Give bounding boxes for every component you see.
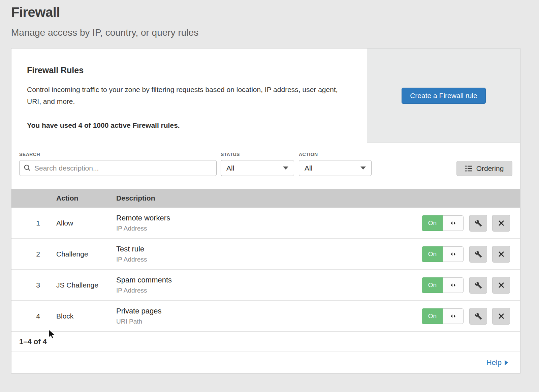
search-icon bbox=[24, 164, 31, 172]
left-right-arrows-icon bbox=[450, 283, 456, 287]
rule-controls: On bbox=[422, 215, 510, 232]
status-select-value: All bbox=[226, 164, 234, 172]
rule-description: Private pages bbox=[116, 307, 422, 315]
rules-title: Firewall Rules bbox=[27, 65, 351, 75]
search-input-wrap bbox=[19, 160, 217, 176]
rules-usage: You have used 4 of 1000 active Firewall … bbox=[27, 121, 351, 129]
rule-description-cell: Private pages URI Path bbox=[116, 307, 422, 325]
chevron-down-icon bbox=[360, 167, 366, 170]
table-header: Action Description bbox=[11, 189, 520, 208]
arrow-right-icon bbox=[505, 360, 508, 365]
search-label: SEARCH bbox=[19, 152, 217, 157]
header-action: Action bbox=[56, 194, 116, 202]
action-label: ACTION bbox=[299, 152, 372, 157]
list-ordering-icon bbox=[465, 165, 473, 172]
rule-enabled-toggle[interactable]: On bbox=[422, 308, 464, 324]
close-icon bbox=[498, 251, 504, 257]
wrench-icon bbox=[475, 281, 482, 289]
rules-summary-section: Firewall Rules Control incoming traffic … bbox=[11, 49, 520, 143]
left-right-arrows-icon bbox=[450, 314, 456, 318]
rule-action: JS Challenge bbox=[56, 281, 116, 289]
rules-action-panel: Create a Firewall rule bbox=[367, 49, 520, 143]
toggle-handle bbox=[443, 308, 464, 324]
edit-rule-button[interactable] bbox=[469, 215, 487, 232]
search-input[interactable] bbox=[19, 160, 217, 176]
page-subtitle: Manage access by IP, country, or query r… bbox=[11, 27, 539, 38]
rule-description-cell: Remote workers IP Address bbox=[116, 214, 422, 232]
search-filter: SEARCH bbox=[19, 152, 217, 176]
action-select[interactable]: All bbox=[299, 160, 372, 176]
rule-action: Allow bbox=[56, 219, 116, 227]
rule-description-cell: Test rule IP Address bbox=[116, 245, 422, 263]
close-icon bbox=[498, 313, 504, 319]
wrench-icon bbox=[475, 312, 482, 320]
edit-rule-button[interactable] bbox=[469, 308, 487, 325]
toggle-on-label: On bbox=[422, 308, 443, 324]
firewall-card: Firewall Rules Control incoming traffic … bbox=[11, 48, 520, 373]
left-right-arrows-icon bbox=[450, 221, 456, 225]
table-row: 3 JS Challenge Spam comments IP Address … bbox=[11, 270, 520, 301]
ordering-button-label: Ordering bbox=[476, 164, 504, 173]
rules-description: Control incoming traffic to your zone by… bbox=[27, 84, 347, 107]
rule-action: Challenge bbox=[56, 250, 116, 258]
table-row: 1 Allow Remote workers IP Address On bbox=[11, 208, 520, 239]
rule-controls: On bbox=[422, 277, 510, 294]
toggle-handle bbox=[443, 215, 464, 231]
rule-field-type: URI Path bbox=[116, 318, 422, 325]
close-icon bbox=[498, 282, 504, 288]
help-link-label: Help bbox=[486, 358, 502, 367]
status-filter: STATUS All bbox=[217, 152, 294, 176]
delete-rule-button[interactable] bbox=[492, 277, 510, 294]
toggle-on-label: On bbox=[422, 246, 443, 262]
rule-description: Test rule bbox=[116, 245, 422, 253]
header-description: Description bbox=[116, 194, 520, 202]
filters-bar: SEARCH STATUS All ACTION All bbox=[11, 143, 520, 189]
action-select-value: All bbox=[305, 164, 312, 172]
rule-enabled-toggle[interactable]: On bbox=[422, 277, 464, 293]
pagination-range: 1–4 of 4 bbox=[19, 337, 47, 346]
rule-number: 1 bbox=[11, 219, 56, 227]
rule-action: Block bbox=[56, 312, 116, 320]
rule-number: 4 bbox=[11, 312, 56, 320]
chevron-down-icon bbox=[283, 167, 288, 170]
card-footer: Help bbox=[11, 352, 520, 373]
rule-enabled-toggle[interactable]: On bbox=[422, 246, 464, 262]
rule-number: 3 bbox=[11, 281, 56, 289]
rule-description-cell: Spam comments IP Address bbox=[116, 276, 422, 294]
table-row: 4 Block Private pages URI Path On bbox=[11, 301, 520, 332]
rule-description: Remote workers bbox=[116, 214, 422, 222]
toggle-on-label: On bbox=[422, 277, 443, 293]
create-firewall-rule-button[interactable]: Create a Firewall rule bbox=[402, 88, 486, 104]
toggle-handle bbox=[443, 277, 464, 293]
toggle-on-label: On bbox=[422, 215, 443, 231]
status-select[interactable]: All bbox=[221, 160, 294, 176]
help-link[interactable]: Help bbox=[486, 358, 508, 367]
ordering-button[interactable]: Ordering bbox=[456, 161, 512, 176]
rule-field-type: IP Address bbox=[116, 287, 422, 294]
table-row: 2 Challenge Test rule IP Address On bbox=[11, 239, 520, 270]
action-filter: ACTION All bbox=[294, 152, 372, 176]
edit-rule-button[interactable] bbox=[469, 277, 487, 294]
delete-rule-button[interactable] bbox=[492, 215, 510, 232]
page-header: Firewall Manage access by IP, country, o… bbox=[0, 0, 539, 38]
rules-summary-text: Firewall Rules Control incoming traffic … bbox=[11, 49, 367, 143]
left-right-arrows-icon bbox=[450, 252, 456, 256]
rule-description: Spam comments bbox=[116, 276, 422, 284]
edit-rule-button[interactable] bbox=[469, 246, 487, 263]
status-label: STATUS bbox=[221, 152, 294, 157]
delete-rule-button[interactable] bbox=[492, 246, 510, 263]
wrench-icon bbox=[475, 219, 482, 227]
pagination: 1–4 of 4 bbox=[11, 332, 520, 352]
page-title: Firewall bbox=[11, 5, 539, 20]
wrench-icon bbox=[475, 250, 482, 258]
rule-field-type: IP Address bbox=[116, 225, 422, 232]
rule-number: 2 bbox=[11, 250, 56, 258]
rule-field-type: IP Address bbox=[116, 256, 422, 263]
rule-enabled-toggle[interactable]: On bbox=[422, 215, 464, 231]
rule-controls: On bbox=[422, 246, 510, 263]
rule-controls: On bbox=[422, 308, 510, 325]
close-icon bbox=[498, 220, 504, 226]
toggle-handle bbox=[443, 246, 464, 262]
delete-rule-button[interactable] bbox=[492, 308, 510, 325]
